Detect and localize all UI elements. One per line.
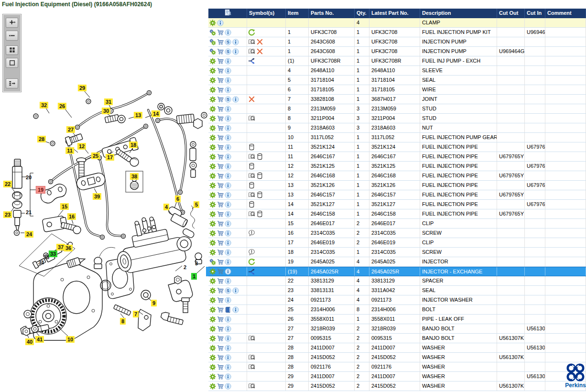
table-row[interactable]: 282411D00722411D007WASHERU56130: [208, 343, 586, 353]
info-icon[interactable]: [225, 192, 231, 198]
info-icon[interactable]: [232, 48, 239, 55]
info-icon[interactable]: [225, 297, 231, 304]
gear-icon[interactable]: [209, 335, 216, 342]
info-icon[interactable]: [217, 20, 224, 26]
part-label-29[interactable]: 29: [78, 85, 87, 91]
table-row[interactable]: 132646C15712646C157FUEL INJECTION PIPEU6…: [208, 190, 586, 200]
info-icon[interactable]: [225, 211, 231, 218]
table-row[interactable]: 162314C03522314C035SCREW: [208, 229, 586, 238]
part-label-39[interactable]: 39: [93, 193, 101, 200]
gear-icon[interactable]: [209, 106, 216, 112]
cart-icon[interactable]: [217, 163, 224, 170]
cart-icon[interactable]: [217, 297, 224, 304]
gear-icon[interactable]: [209, 201, 216, 208]
cart-icon[interactable]: [217, 211, 224, 218]
info-icon[interactable]: [225, 364, 231, 370]
gears-icon[interactable]: [209, 259, 216, 265]
gear-icon[interactable]: [209, 316, 216, 323]
gear-icon[interactable]: [209, 306, 216, 313]
gear-icon[interactable]: [209, 67, 216, 74]
gear-icon[interactable]: [209, 345, 216, 351]
table-row[interactable]: 27009531520095315BANJO BOLTU561307K: [208, 334, 586, 343]
info-icon[interactable]: [225, 29, 231, 36]
table-row[interactable]: 273218R03923218R039BANJO BOLTU56130: [208, 324, 586, 334]
supersession-icon[interactable]: [225, 48, 231, 55]
gear-icon[interactable]: [209, 96, 216, 103]
gears-icon[interactable]: [209, 29, 216, 36]
part-label-18[interactable]: 18: [129, 142, 138, 148]
gear-icon[interactable]: [209, 268, 216, 275]
gear-icon[interactable]: [209, 115, 216, 122]
part-label-9[interactable]: 9: [151, 300, 157, 306]
table-row[interactable]: 42648A11012648A110SLEEVE: [208, 66, 586, 76]
gears-icon[interactable]: [209, 48, 216, 55]
info-icon[interactable]: [225, 240, 231, 246]
info-icon[interactable]: [225, 220, 231, 227]
part-label-3[interactable]: 3: [194, 260, 199, 267]
cart-icon[interactable]: [217, 268, 224, 275]
gear-icon[interactable]: [209, 249, 216, 256]
table-row[interactable]: 143521K12713521K127FUEL INJECTION PIPEU6…: [208, 200, 586, 209]
table-row[interactable]: 103117L05213117L052FUEL INJECTION PUMP G…: [208, 133, 586, 142]
blue-book-icon[interactable]: [225, 306, 231, 313]
info-icon[interactable]: [225, 268, 231, 275]
info-icon[interactable]: [225, 163, 231, 170]
gear-icon[interactable]: [209, 240, 216, 246]
table-row[interactable]: 82313M05932313M059STUD: [208, 104, 586, 114]
info-icon[interactable]: [225, 326, 231, 332]
cart-icon[interactable]: [217, 259, 224, 265]
gear-icon[interactable]: [209, 192, 216, 198]
gear-icon[interactable]: [209, 173, 216, 179]
table-row[interactable]: 1UFK3C7081UFK3C708FUEL INJECTION PUMP KI…: [208, 28, 586, 37]
gear-icon[interactable]: [209, 163, 216, 170]
part-label-17[interactable]: 17: [106, 154, 114, 161]
cart-icon[interactable]: [217, 29, 224, 36]
info-icon[interactable]: [225, 134, 231, 141]
info-icon[interactable]: [225, 87, 231, 93]
cart-icon[interactable]: [217, 383, 224, 390]
gear-icon[interactable]: [209, 77, 216, 84]
cart-icon[interactable]: [217, 106, 224, 112]
table-row[interactable]: 233381313143311A042SEAL: [208, 286, 586, 295]
gears-icon[interactable]: [209, 39, 216, 45]
info-icon[interactable]: [232, 287, 239, 294]
cart-icon[interactable]: [217, 326, 224, 332]
info-icon[interactable]: [225, 182, 231, 189]
cart-icon[interactable]: [217, 287, 224, 294]
part-label-7[interactable]: 7: [133, 311, 139, 317]
cart-icon[interactable]: [217, 48, 224, 55]
table-row[interactable]: 531718104131718104SEAL: [208, 76, 586, 85]
part-label-26[interactable]: 26: [58, 103, 66, 109]
part-label-23[interactable]: 23: [3, 211, 12, 218]
gear-icon[interactable]: [209, 134, 216, 141]
part-label-28[interactable]: 28: [37, 136, 46, 142]
cart-icon[interactable]: [217, 192, 224, 198]
info-icon[interactable]: [232, 306, 239, 313]
part-label-13[interactable]: 13: [134, 112, 142, 119]
gear-icon[interactable]: [209, 125, 216, 131]
cart-icon[interactable]: [217, 39, 224, 45]
table-row[interactable]: 112646C16712646C167FUEL INJECTION PIPEU6…: [208, 152, 586, 162]
info-icon[interactable]: [225, 77, 231, 84]
cart-icon[interactable]: [217, 173, 224, 179]
part-label-10[interactable]: 10: [66, 336, 75, 343]
info-icon[interactable]: [225, 278, 231, 284]
part-label-38[interactable]: 38: [130, 173, 139, 180]
table-row[interactable]: 133521K12613521K126FUEL INJECTION PIPEU6…: [208, 181, 586, 190]
table-row[interactable]: 4CLAMP: [208, 18, 586, 28]
info-icon[interactable]: [225, 115, 231, 122]
cart-icon[interactable]: [217, 115, 224, 122]
zoom-out-button[interactable]: [6, 31, 18, 41]
gear-icon[interactable]: [209, 354, 216, 361]
table-row[interactable]: 92318A60332318A603NUT: [208, 123, 586, 133]
part-label-24[interactable]: 24: [25, 231, 33, 238]
table-row[interactable]: 282415D05222415D052WASHERU561307K: [208, 353, 586, 362]
cart-icon[interactable]: [217, 316, 224, 323]
cart-icon[interactable]: [217, 240, 224, 246]
gear-icon[interactable]: [209, 58, 216, 65]
info-icon[interactable]: [225, 106, 231, 112]
table-row[interactable]: 12643C6081UFK3C708INJECTION PUMPU969464G: [208, 47, 586, 56]
cart-icon[interactable]: [217, 125, 224, 131]
info-icon[interactable]: [225, 67, 231, 74]
cart-icon[interactable]: [217, 77, 224, 84]
